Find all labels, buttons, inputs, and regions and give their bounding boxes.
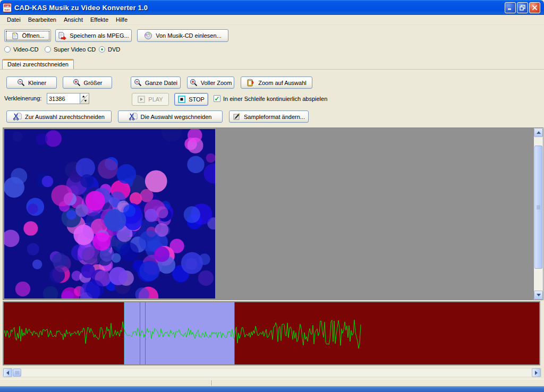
- zoom-in-icon: [190, 79, 198, 87]
- radio-super-video-cd-label: Super Video CD: [54, 46, 96, 53]
- app-icon: CAD KAS: [3, 3, 12, 12]
- verkleinerung-field: [47, 93, 89, 104]
- ganze-datei-label: Ganze Datei: [145, 80, 177, 86]
- read-cd-button-label: Von Musik-CD einlesen...: [156, 32, 222, 39]
- close-button[interactable]: [529, 2, 540, 13]
- verkleinerung-input[interactable]: [47, 93, 80, 104]
- kleiner-button[interactable]: Kleiner: [6, 76, 57, 89]
- radio-video-cd[interactable]: Video-CD: [4, 45, 39, 54]
- chevron-left-icon: [6, 371, 9, 375]
- waveform-canvas[interactable]: [4, 302, 539, 364]
- svg-text:KAS: KAS: [5, 8, 10, 11]
- clipboard-arrow-icon: [246, 79, 255, 87]
- stop-label: STOP: [189, 96, 205, 103]
- scissors-page-icon: [129, 113, 138, 121]
- radio-dvd[interactable]: DVD: [99, 45, 120, 54]
- thumb-grip: [15, 371, 19, 374]
- restore-icon: [520, 5, 525, 11]
- scissors-page-icon: [13, 113, 22, 121]
- open-button[interactable]: Öffnen...: [4, 29, 51, 42]
- menu-datei[interactable]: Datei: [3, 15, 24, 24]
- window-controls: [505, 2, 541, 13]
- radio-super-video-cd[interactable]: Super Video CD: [45, 45, 96, 54]
- tabbar: Datei zurechtschneiden: [0, 59, 544, 69]
- close-icon: [532, 5, 538, 11]
- preview-panel: [3, 127, 543, 300]
- play-icon: [138, 96, 145, 103]
- zoom-in-icon: [73, 79, 81, 87]
- play-button[interactable]: PLAY: [132, 93, 169, 106]
- chevron-down-icon: [537, 294, 541, 296]
- open-icon: [11, 32, 19, 40]
- radio-indicator-selected: [99, 46, 105, 53]
- radio-indicator: [45, 46, 51, 53]
- zoom-out-icon: [134, 79, 142, 87]
- scroll-down-button[interactable]: [534, 291, 543, 300]
- stop-icon: [178, 96, 185, 103]
- open-button-label: Öffnen...: [22, 32, 45, 39]
- zoom-toolbar: Kleiner Größer Ganze Datei: [0, 76, 544, 89]
- voller-zoom-label: Voller Zoom: [201, 80, 232, 86]
- menubar: Datei Bearbeiten Ansicht Effekte Hilfe: [0, 15, 544, 25]
- voller-zoom-button[interactable]: Voller Zoom: [187, 76, 234, 89]
- cd-icon: [144, 31, 152, 40]
- groesser-label: Größer: [84, 80, 103, 86]
- tab-label: Datei zurechtschneiden: [7, 61, 69, 67]
- menu-ansicht[interactable]: Ansicht: [60, 15, 87, 24]
- loop-checkbox-row[interactable]: ✓ In einer Schleife kontinuierlich abspi…: [214, 95, 327, 102]
- sampleformat-icon: [233, 113, 241, 121]
- main-toolbar: Öffnen... Speichern als MPEG... Von Musi…: [0, 29, 544, 42]
- thumb-grip: [537, 206, 540, 209]
- verkleinerung-label: Verkleinerung:: [4, 95, 41, 101]
- video-preview-image: [4, 129, 215, 299]
- svg-text:CAD: CAD: [5, 5, 10, 7]
- zoom-auf-auswahl-label: Zoom auf Auswahl: [258, 80, 307, 86]
- scroll-left-button[interactable]: [3, 368, 12, 377]
- scroll-up-button[interactable]: [534, 128, 543, 137]
- groesser-button[interactable]: Größer: [63, 76, 112, 89]
- sampleformat-button[interactable]: Sampleformat ändern...: [229, 110, 309, 123]
- chevron-right-icon: [535, 371, 538, 375]
- statusbar-divider: [211, 380, 212, 386]
- loop-checkbox-label: In einer Schleife kontinuierlich abspiel…: [223, 96, 327, 102]
- stop-button[interactable]: STOP: [174, 93, 208, 106]
- zur-auswahl-label: Zur Auswahl zurechtschneiden: [25, 114, 105, 120]
- preview-empty-area: [215, 129, 533, 299]
- auswahl-wegschneiden-button[interactable]: Die Auswahl wegschneiden: [118, 110, 223, 123]
- scroll-right-button[interactable]: [532, 368, 541, 377]
- minimize-button[interactable]: [505, 2, 516, 13]
- chevron-up-icon: [537, 131, 541, 134]
- app-window: CAD KAS CAD-KAS Musik zu Video Konverter…: [0, 0, 544, 392]
- spinner-updown[interactable]: [80, 93, 89, 104]
- radio-video-cd-label: Video-CD: [13, 46, 39, 53]
- playback-row: Verkleinerung: PLAY STOP ✓ In: [0, 93, 544, 106]
- tab-datei-zurechtschneiden[interactable]: Datei zurechtschneiden: [2, 59, 74, 69]
- radio-indicator: [4, 46, 11, 53]
- waveform-panel: [3, 301, 540, 365]
- save-mpeg-button[interactable]: Speichern als MPEG...: [55, 29, 132, 42]
- play-label: PLAY: [148, 96, 163, 103]
- auswahl-wegschneiden-label: Die Auswahl wegschneiden: [141, 114, 212, 120]
- window-title: CAD-KAS Musik zu Video Konverter 1.0: [14, 4, 148, 12]
- statusbar: [0, 379, 544, 386]
- read-cd-button[interactable]: Von Musik-CD einlesen...: [137, 29, 228, 42]
- zoom-auf-auswahl-button[interactable]: Zoom auf Auswahl: [241, 76, 312, 89]
- vertical-scroll-thumb[interactable]: [534, 146, 542, 269]
- radio-dvd-label: DVD: [108, 46, 120, 53]
- restore-button[interactable]: [517, 2, 528, 13]
- tabpage-border: [0, 69, 544, 70]
- loop-checkbox[interactable]: ✓: [214, 95, 220, 102]
- menu-hilfe[interactable]: Hilfe: [112, 15, 131, 24]
- horizontal-scroll-thumb[interactable]: [13, 369, 21, 377]
- menu-bearbeiten[interactable]: Bearbeiten: [24, 15, 60, 24]
- taskbar-strip: [0, 386, 544, 392]
- waveform-horizontal-scrollbar[interactable]: [3, 368, 541, 377]
- zur-auswahl-zurechtschneiden-button[interactable]: Zur Auswahl zurechtschneiden: [6, 110, 112, 123]
- preview-vertical-scrollbar[interactable]: [534, 128, 543, 300]
- menu-effekte[interactable]: Effekte: [87, 15, 112, 24]
- kleiner-label: Kleiner: [28, 80, 46, 86]
- titlebar: CAD KAS CAD-KAS Musik zu Video Konverter…: [0, 0, 544, 15]
- ganze-datei-button[interactable]: Ganze Datei: [131, 76, 181, 89]
- minimize-icon: [507, 5, 513, 11]
- save-mpeg-icon: [58, 32, 66, 40]
